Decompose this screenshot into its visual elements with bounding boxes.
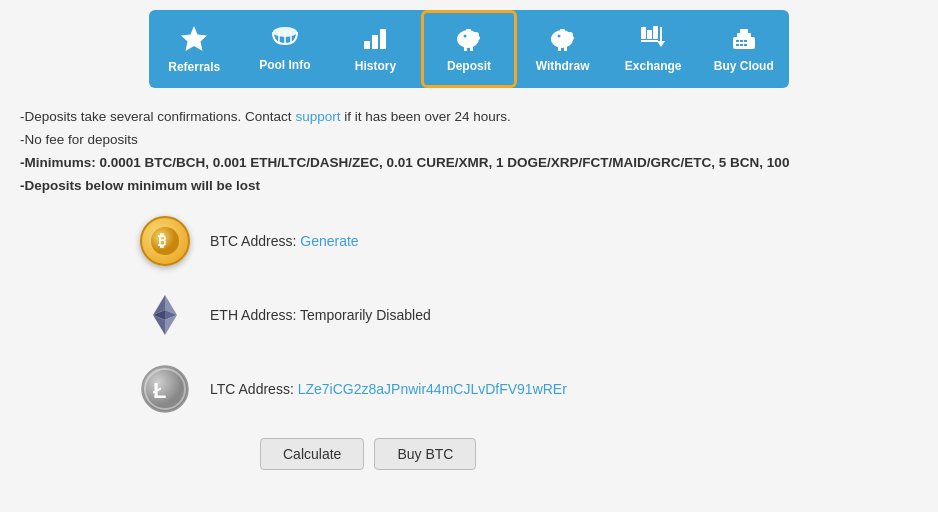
svg-rect-18 [558,47,561,51]
eth-address-text: ETH Address: Temporarily Disabled [210,307,431,323]
referrals-icon [180,24,208,56]
exchange-label: Exchange [625,59,682,73]
ltc-address-text: LTC Address: LZe7iCG2z8aJPnwir44mCJLvDfF… [210,381,567,397]
svg-rect-33 [736,44,739,46]
button-row: Calculate Buy BTC [260,438,918,470]
ltc-coin-icon: Ł [140,364,190,414]
svg-point-1 [190,34,198,42]
history-icon [362,25,388,55]
tab-exchange[interactable]: Exchange [608,10,699,88]
svg-rect-25 [653,26,658,39]
btc-logo: ₿ [140,216,190,266]
btc-address-text: BTC Address: Generate [210,233,359,249]
btc-generate-link[interactable]: Generate [300,233,358,249]
deposit-icon [454,25,484,55]
svg-point-13 [476,36,480,40]
eth-value: Temporarily Disabled [300,307,431,323]
tab-referrals[interactable]: Referrals [149,10,240,88]
buy-cloud-label: Buy Cloud [714,59,774,73]
btc-row: ₿ BTC Address: Generate [140,216,918,266]
info-line-3: -Minimums: 0.0001 BTC/BCH, 0.001 ETH/LTC… [20,152,918,175]
withdraw-label: Withdraw [536,59,590,73]
buy-cloud-icon [729,25,759,55]
page-wrapper: Referrals Pool Info [0,0,938,480]
support-link[interactable]: support [295,109,340,124]
svg-rect-12 [470,47,473,51]
svg-text:Ł: Ł [153,378,166,403]
tab-pool-info[interactable]: Pool Info [240,10,331,88]
withdraw-icon [548,25,578,55]
svg-rect-37 [740,29,748,34]
info-line-2: -No fee for deposits [20,129,918,152]
info-section: -Deposits take several confirmations. Co… [20,106,918,198]
nav-tabs: Referrals Pool Info [149,10,789,88]
ltc-row: Ł LTC Address: LZe7iCG2z8aJPnwir44mCJLvD… [140,364,918,414]
svg-point-20 [570,36,574,40]
info-line-4: -Deposits below minimum will be lost [20,175,918,198]
tab-history[interactable]: History [330,10,421,88]
svg-rect-22 [560,29,565,32]
svg-rect-32 [744,40,747,42]
svg-point-14 [464,35,467,38]
svg-rect-15 [466,29,471,32]
svg-rect-8 [380,29,386,49]
buy-btc-button[interactable]: Buy BTC [374,438,476,470]
svg-rect-35 [744,44,747,46]
eth-coin-icon [140,290,190,340]
history-label: History [355,59,396,73]
info-line1-suffix: if it has been over 24 hours. [340,109,510,124]
svg-rect-23 [641,27,646,39]
ltc-label: LTC Address: [210,381,298,397]
pool-info-label: Pool Info [259,58,310,72]
info-line-1: -Deposits take several confirmations. Co… [20,106,918,129]
nav-bar: Referrals Pool Info [20,10,918,88]
svg-rect-7 [372,35,378,49]
eth-logo [142,292,188,338]
tab-deposit[interactable]: Deposit [421,10,518,88]
svg-rect-30 [736,40,739,42]
referrals-label: Referrals [168,60,220,74]
svg-rect-11 [464,47,467,51]
eth-row: ETH Address: Temporarily Disabled [140,290,918,340]
svg-rect-31 [740,40,743,42]
svg-text:₿: ₿ [158,232,166,249]
coin-rows: ₿ BTC Address: Generate [140,216,918,414]
btc-label: BTC Address: [210,233,300,249]
tab-withdraw[interactable]: Withdraw [517,10,608,88]
ltc-address-link[interactable]: LZe7iCG2z8aJPnwir44mCJLvDfFV91wREr [298,381,567,397]
svg-rect-19 [564,47,567,51]
svg-rect-34 [740,44,743,46]
tab-buy-cloud[interactable]: Buy Cloud [698,10,789,88]
svg-rect-6 [364,41,370,49]
svg-rect-29 [733,37,755,49]
exchange-icon [639,25,667,55]
svg-rect-24 [647,30,652,39]
ltc-logo: Ł [140,364,190,414]
calculate-button[interactable]: Calculate [260,438,364,470]
svg-point-21 [557,35,560,38]
svg-marker-28 [657,41,665,47]
btc-coin-icon: ₿ [140,216,190,266]
deposit-label: Deposit [447,59,491,73]
svg-rect-26 [641,40,658,42]
eth-label: ETH Address: [210,307,300,323]
info-line1-prefix: -Deposits take several confirmations. Co… [20,109,295,124]
pool-info-icon [271,26,299,54]
